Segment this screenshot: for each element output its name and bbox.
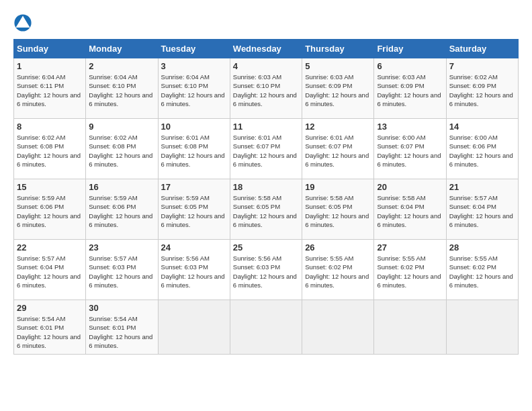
calendar-cell: 9 Sunrise: 6:02 AM Sunset: 6:08 PM Dayli… <box>86 119 158 179</box>
calendar-cell: 13 Sunrise: 6:00 AM Sunset: 6:07 PM Dayl… <box>374 119 446 179</box>
header-monday: Monday <box>86 40 158 58</box>
calendar-cell: 23 Sunrise: 5:57 AM Sunset: 6:03 PM Dayl… <box>86 240 158 300</box>
day-number: 27 <box>377 242 443 253</box>
day-number: 15 <box>17 182 83 192</box>
header-tuesday: Tuesday <box>158 40 230 58</box>
day-number: 2 <box>89 61 154 71</box>
cell-info: Sunrise: 6:01 AM Sunset: 6:08 PM Dayligh… <box>161 133 227 169</box>
calendar-cell: 15 Sunrise: 5:59 AM Sunset: 6:06 PM Dayl… <box>14 179 86 240</box>
calendar-cell: 5 Sunrise: 6:03 AM Sunset: 6:09 PM Dayli… <box>302 58 374 119</box>
calendar-week-4: 22 Sunrise: 5:57 AM Sunset: 6:04 PM Dayl… <box>14 240 519 300</box>
cell-info: Sunrise: 6:03 AM Sunset: 6:09 PM Dayligh… <box>377 73 443 108</box>
header-friday: Friday <box>374 40 446 58</box>
day-number: 6 <box>377 61 443 71</box>
calendar-cell: 25 Sunrise: 5:56 AM Sunset: 6:03 PM Dayl… <box>230 240 302 300</box>
cell-info: Sunrise: 5:59 AM Sunset: 6:06 PM Dayligh… <box>89 193 154 229</box>
calendar-cell: 8 Sunrise: 6:02 AM Sunset: 6:08 PM Dayli… <box>14 119 86 179</box>
calendar-cell: 28 Sunrise: 5:55 AM Sunset: 6:02 PM Dayl… <box>446 240 518 300</box>
logo <box>13 13 36 32</box>
day-number: 8 <box>17 122 83 132</box>
cell-info: Sunrise: 5:55 AM Sunset: 6:02 PM Dayligh… <box>449 254 515 289</box>
day-number: 21 <box>449 182 515 192</box>
cell-info: Sunrise: 6:04 AM Sunset: 6:10 PM Dayligh… <box>161 73 227 108</box>
calendar-cell: 16 Sunrise: 5:59 AM Sunset: 6:06 PM Dayl… <box>86 179 158 240</box>
day-number: 23 <box>89 242 154 253</box>
calendar-cell: 27 Sunrise: 5:55 AM Sunset: 6:02 PM Dayl… <box>374 240 446 300</box>
day-number: 9 <box>89 122 154 132</box>
cell-info: Sunrise: 5:58 AM Sunset: 6:05 PM Dayligh… <box>305 193 371 229</box>
cell-info: Sunrise: 6:00 AM Sunset: 6:07 PM Dayligh… <box>377 133 443 169</box>
day-number: 11 <box>233 122 299 132</box>
cell-info: Sunrise: 5:59 AM Sunset: 6:06 PM Dayligh… <box>17 193 83 229</box>
cell-info: Sunrise: 5:55 AM Sunset: 6:02 PM Dayligh… <box>377 254 443 289</box>
calendar-cell <box>302 300 374 355</box>
calendar-cell: 3 Sunrise: 6:04 AM Sunset: 6:10 PM Dayli… <box>158 58 230 119</box>
day-number: 28 <box>449 242 515 253</box>
cell-info: Sunrise: 5:56 AM Sunset: 6:03 PM Dayligh… <box>233 254 299 289</box>
calendar-cell: 20 Sunrise: 5:58 AM Sunset: 6:04 PM Dayl… <box>374 179 446 240</box>
cell-info: Sunrise: 5:58 AM Sunset: 6:04 PM Dayligh… <box>377 193 443 229</box>
cell-info: Sunrise: 5:55 AM Sunset: 6:02 PM Dayligh… <box>305 254 371 289</box>
day-number: 14 <box>449 122 515 132</box>
calendar-cell <box>446 300 518 355</box>
day-number: 17 <box>161 182 227 192</box>
cell-info: Sunrise: 6:02 AM Sunset: 6:08 PM Dayligh… <box>89 133 154 169</box>
day-number: 19 <box>305 182 371 192</box>
calendar-cell: 11 Sunrise: 6:01 AM Sunset: 6:07 PM Dayl… <box>230 119 302 179</box>
calendar-cell: 6 Sunrise: 6:03 AM Sunset: 6:09 PM Dayli… <box>374 58 446 119</box>
day-number: 24 <box>161 242 227 253</box>
calendar-cell: 19 Sunrise: 5:58 AM Sunset: 6:05 PM Dayl… <box>302 179 374 240</box>
calendar-cell: 7 Sunrise: 6:02 AM Sunset: 6:09 PM Dayli… <box>446 58 518 119</box>
cell-info: Sunrise: 5:54 AM Sunset: 6:01 PM Dayligh… <box>89 314 154 350</box>
cell-info: Sunrise: 6:02 AM Sunset: 6:08 PM Dayligh… <box>17 133 83 169</box>
calendar-cell: 2 Sunrise: 6:04 AM Sunset: 6:10 PM Dayli… <box>86 58 158 119</box>
calendar-cell <box>158 300 230 355</box>
calendar-week-5: 29 Sunrise: 5:54 AM Sunset: 6:01 PM Dayl… <box>14 300 519 355</box>
cell-info: Sunrise: 6:04 AM Sunset: 6:11 PM Dayligh… <box>17 73 83 108</box>
cell-info: Sunrise: 6:04 AM Sunset: 6:10 PM Dayligh… <box>89 73 154 108</box>
calendar-cell: 12 Sunrise: 6:01 AM Sunset: 6:07 PM Dayl… <box>302 119 374 179</box>
calendar-week-2: 8 Sunrise: 6:02 AM Sunset: 6:08 PM Dayli… <box>14 119 519 179</box>
calendar-cell: 22 Sunrise: 5:57 AM Sunset: 6:04 PM Dayl… <box>14 240 86 300</box>
cell-info: Sunrise: 5:57 AM Sunset: 6:04 PM Dayligh… <box>449 193 515 229</box>
day-number: 30 <box>89 303 154 313</box>
page-header <box>13 13 519 32</box>
calendar-cell: 1 Sunrise: 6:04 AM Sunset: 6:11 PM Dayli… <box>14 58 86 119</box>
day-number: 13 <box>377 122 443 132</box>
day-number: 1 <box>17 61 83 71</box>
cell-info: Sunrise: 6:03 AM Sunset: 6:09 PM Dayligh… <box>305 73 371 108</box>
calendar-cell: 21 Sunrise: 5:57 AM Sunset: 6:04 PM Dayl… <box>446 179 518 240</box>
cell-info: Sunrise: 5:54 AM Sunset: 6:01 PM Dayligh… <box>17 314 83 350</box>
cell-info: Sunrise: 5:57 AM Sunset: 6:04 PM Dayligh… <box>17 254 83 289</box>
calendar-header: SundayMondayTuesdayWednesdayThursdayFrid… <box>14 40 519 58</box>
calendar-cell: 24 Sunrise: 5:56 AM Sunset: 6:03 PM Dayl… <box>158 240 230 300</box>
cell-info: Sunrise: 5:59 AM Sunset: 6:05 PM Dayligh… <box>161 193 227 229</box>
day-number: 20 <box>377 182 443 192</box>
cell-info: Sunrise: 6:02 AM Sunset: 6:09 PM Dayligh… <box>449 73 515 108</box>
calendar-cell: 10 Sunrise: 6:01 AM Sunset: 6:08 PM Dayl… <box>158 119 230 179</box>
day-number: 26 <box>305 242 371 253</box>
day-number: 22 <box>17 242 83 253</box>
cell-info: Sunrise: 6:01 AM Sunset: 6:07 PM Dayligh… <box>233 133 299 169</box>
cell-info: Sunrise: 5:58 AM Sunset: 6:05 PM Dayligh… <box>233 193 299 229</box>
day-number: 16 <box>89 182 154 192</box>
calendar-cell: 14 Sunrise: 6:00 AM Sunset: 6:06 PM Dayl… <box>446 119 518 179</box>
cell-info: Sunrise: 6:01 AM Sunset: 6:07 PM Dayligh… <box>305 133 371 169</box>
cell-info: Sunrise: 6:00 AM Sunset: 6:06 PM Dayligh… <box>449 133 515 169</box>
calendar-cell: 4 Sunrise: 6:03 AM Sunset: 6:10 PM Dayli… <box>230 58 302 119</box>
header-sunday: Sunday <box>14 40 86 58</box>
calendar-week-3: 15 Sunrise: 5:59 AM Sunset: 6:06 PM Dayl… <box>14 179 519 240</box>
day-number: 12 <box>305 122 371 132</box>
calendar-cell <box>374 300 446 355</box>
day-number: 18 <box>233 182 299 192</box>
calendar-cell: 30 Sunrise: 5:54 AM Sunset: 6:01 PM Dayl… <box>86 300 158 355</box>
logo-icon <box>13 13 32 32</box>
day-number: 25 <box>233 242 299 253</box>
header-wednesday: Wednesday <box>230 40 302 58</box>
day-number: 3 <box>161 61 227 71</box>
day-number: 7 <box>449 61 515 71</box>
calendar-cell: 17 Sunrise: 5:59 AM Sunset: 6:05 PM Dayl… <box>158 179 230 240</box>
header-saturday: Saturday <box>446 40 518 58</box>
calendar-cell: 26 Sunrise: 5:55 AM Sunset: 6:02 PM Dayl… <box>302 240 374 300</box>
calendar-table: SundayMondayTuesdayWednesdayThursdayFrid… <box>13 39 519 355</box>
